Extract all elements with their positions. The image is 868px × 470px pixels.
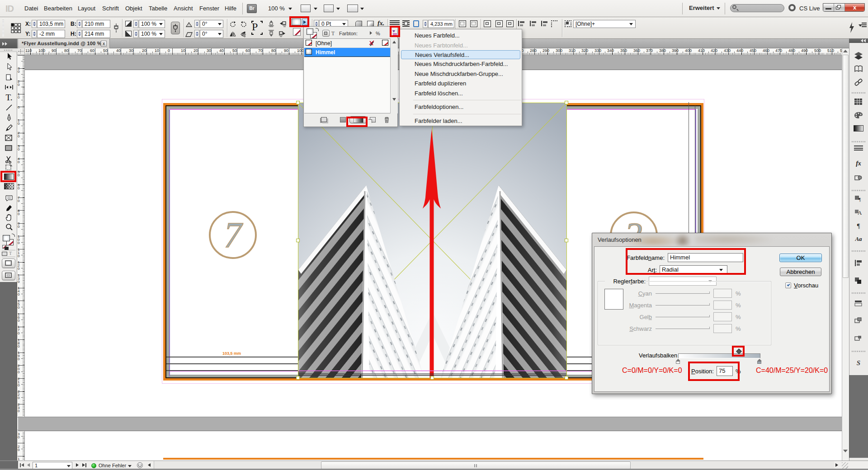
svg-text:¶: ¶ — [859, 197, 861, 202]
svg-text:A: A — [858, 209, 862, 216]
